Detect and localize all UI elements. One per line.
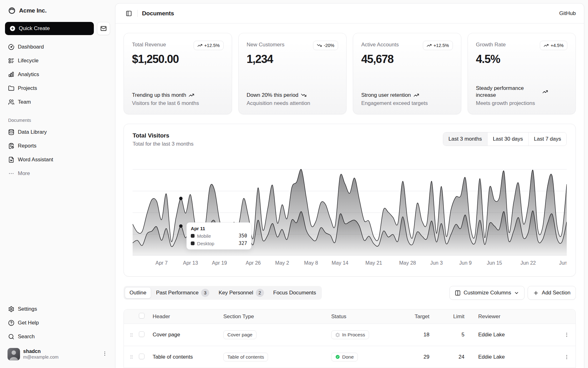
stat-cards: Total Revenue +12.5% $1,250.00 Trending … xyxy=(124,33,576,114)
sidebar-item-more[interactable]: More xyxy=(5,167,110,180)
quick-create-button[interactable]: Quick Create xyxy=(5,22,94,35)
tab-key-personnel[interactable]: Key Personnel2 xyxy=(214,287,268,298)
row-checkbox[interactable] xyxy=(139,354,144,359)
col-target: Target xyxy=(411,314,447,320)
card-trend-line: Strong user retention xyxy=(361,92,453,99)
row-name[interactable]: Cover page xyxy=(153,332,223,338)
trending-up-icon xyxy=(542,89,548,95)
sections-table: Header Section Type Status Target Limit … xyxy=(124,309,576,368)
sidebar-item-label: Data Library xyxy=(18,129,47,135)
card-value: 4.5% xyxy=(476,53,568,66)
sidebar-item-label: Settings xyxy=(18,306,37,312)
svg-text:May 21: May 21 xyxy=(365,260,382,266)
row-target[interactable]: 29 xyxy=(411,354,447,360)
sidebar-item-label: Get Help xyxy=(18,320,39,326)
sidebar-item-label: Projects xyxy=(18,85,37,91)
range-last-3-months[interactable]: Last 3 months xyxy=(443,132,487,146)
row-limit[interactable]: 5 xyxy=(447,332,478,338)
card-growth-rate: Growth Rate +4.5% 4.5% Steady performanc… xyxy=(468,33,576,114)
row-reviewer[interactable]: Eddie Lake xyxy=(478,354,558,360)
svg-text:Apr 26: Apr 26 xyxy=(246,260,261,266)
card-value: $1,250.00 xyxy=(132,53,224,66)
add-section-button[interactable]: Add Section xyxy=(528,286,576,300)
range-last-30-days[interactable]: Last 30 days xyxy=(487,132,528,146)
col-section-type: Section Type xyxy=(223,314,331,320)
sidebar-item-analytics[interactable]: Analytics xyxy=(5,68,110,81)
row-name[interactable]: Table of contents xyxy=(153,354,223,360)
trend-badge: +12.5% xyxy=(423,41,453,50)
trend-badge: +4.5% xyxy=(540,41,567,50)
kebab-icon xyxy=(564,332,570,338)
card-active-accounts: Active Accounts +12.5% 45,678 Strong use… xyxy=(353,33,461,114)
col-limit: Limit xyxy=(447,314,478,320)
area-chart[interactable]: Apr 7Apr 13Apr 19Apr 26May 2May 8May 14M… xyxy=(133,158,567,269)
sidebar-item-projects[interactable]: Projects xyxy=(5,82,110,95)
row-actions-button[interactable] xyxy=(558,332,575,338)
row-target[interactable]: 18 xyxy=(411,332,447,338)
user-menu[interactable]: shadcn m@example.com xyxy=(5,345,110,363)
sidebar-item-reports[interactable]: Reports xyxy=(5,140,110,152)
range-last-7-days[interactable]: Last 7 days xyxy=(528,132,566,146)
sidebar-item-label: Dashboard xyxy=(18,44,44,50)
sidebar-item-team[interactable]: Team xyxy=(5,96,110,108)
inbox-button[interactable] xyxy=(97,22,110,35)
trending-up-icon xyxy=(189,92,194,98)
table-row[interactable]: Cover page Cover page In Process 18 5 Ed… xyxy=(124,324,575,346)
range-toggle-group: Last 3 months Last 30 days Last 7 days xyxy=(443,132,567,146)
sidebar-item-lifecycle[interactable]: Lifecycle xyxy=(5,54,110,67)
user-email: m@example.com xyxy=(23,354,58,360)
sidebar-item-dashboard[interactable]: Dashboard xyxy=(5,41,110,53)
area-chart-svg: Apr 7Apr 13Apr 19Apr 26May 2May 8May 14M… xyxy=(133,158,567,268)
sidebar-item-get-help[interactable]: Get Help xyxy=(5,317,110,329)
card-title: Active Accounts xyxy=(361,41,399,48)
sidebar-item-word-assistant[interactable]: Word Assistant xyxy=(5,153,110,166)
svg-text:May 8: May 8 xyxy=(304,260,318,266)
sidebar-item-search[interactable]: Search xyxy=(5,330,110,343)
tab-focus-documents[interactable]: Focus Documents xyxy=(269,287,321,298)
table-row[interactable]: Table of contents Table of contents Done… xyxy=(124,346,575,368)
drag-handle[interactable] xyxy=(124,332,139,338)
visitors-chart-card: Total Visitors Total for the last 3 mont… xyxy=(124,124,576,277)
card-trend-line: Down 20% this period xyxy=(247,92,338,99)
drag-handle[interactable] xyxy=(124,354,139,360)
trending-up-icon xyxy=(427,43,432,48)
row-checkbox[interactable] xyxy=(139,331,144,337)
brand[interactable]: Acme Inc. xyxy=(5,4,110,17)
desktop-swatch xyxy=(191,241,195,245)
sidebar-nav: Dashboard Lifecycle Analytics Projects T… xyxy=(5,41,110,108)
avatar xyxy=(8,348,20,360)
section-type-badge: Table of contents xyxy=(223,353,268,361)
sidebar-documents-nav: Data Library Reports Word Assistant More xyxy=(5,126,110,180)
row-reviewer[interactable]: Eddie Lake xyxy=(478,332,558,338)
row-actions-button[interactable] xyxy=(558,354,575,360)
row-limit[interactable]: 24 xyxy=(447,354,478,360)
trend-badge: +12.5% xyxy=(194,41,224,50)
user-kebab-icon[interactable] xyxy=(102,351,108,358)
users-icon xyxy=(8,99,14,105)
customize-columns-button[interactable]: Customize Columns xyxy=(449,286,525,300)
trending-down-icon xyxy=(317,43,322,48)
sidebar-item-label: Team xyxy=(18,99,31,105)
sidebar-item-settings[interactable]: Settings xyxy=(5,303,110,315)
github-link[interactable]: GitHub xyxy=(559,10,576,17)
sidebar-item-data-library[interactable]: Data Library xyxy=(5,126,110,138)
check-circle-icon xyxy=(335,355,340,359)
sidebar-item-label: Analytics xyxy=(18,71,39,78)
tab-count-badge: 2 xyxy=(256,289,264,297)
sidebar-item-label: Reports xyxy=(18,143,37,149)
select-all-checkbox[interactable] xyxy=(139,313,144,319)
tab-outline[interactable]: Outline xyxy=(125,287,151,298)
topbar-divider xyxy=(137,10,138,17)
tab-past-performance[interactable]: Past Performance3 xyxy=(152,287,214,298)
folder-icon xyxy=(8,85,14,91)
card-subtext: Engagement exceed targets xyxy=(361,100,453,106)
sidebar-toggle-button[interactable] xyxy=(124,8,134,19)
svg-text:Apr 19: Apr 19 xyxy=(212,260,227,266)
trending-up-icon xyxy=(197,43,202,48)
clipboard-report-icon xyxy=(8,143,14,149)
kebab-icon xyxy=(564,354,570,360)
svg-text:Jun 9: Jun 9 xyxy=(459,260,472,266)
svg-text:May 14: May 14 xyxy=(332,260,348,266)
tabs-list: Outline Past Performance3 Key Personnel2… xyxy=(124,286,322,300)
svg-text:Jun 15: Jun 15 xyxy=(487,260,502,266)
